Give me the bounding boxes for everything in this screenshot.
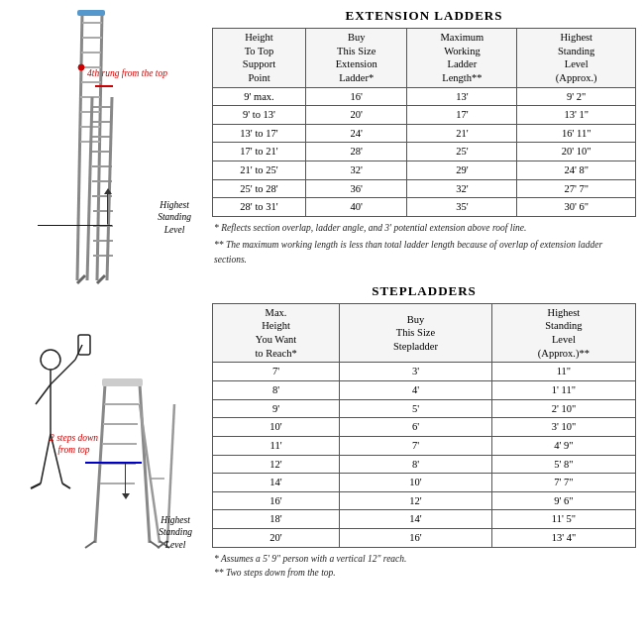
table-cell: 6'	[340, 418, 492, 437]
table-cell: 11'	[213, 436, 340, 455]
table-row: 11'7'4' 9"	[213, 436, 636, 455]
right-column: EXTENSION LADDERS HeightTo TopSupportPoi…	[206, 8, 636, 636]
extension-title: EXTENSION LADDERS	[212, 8, 636, 24]
table-cell: 13' 4"	[491, 529, 635, 548]
table-cell: 9' to 13'	[213, 106, 306, 125]
table-cell: 1' 11"	[491, 381, 635, 400]
ext-header-2: BuyThis SizeExtensionLadder*	[305, 29, 406, 88]
table-cell: 32'	[407, 179, 517, 198]
table-cell: 14'	[340, 510, 492, 529]
svg-line-32	[36, 384, 51, 404]
table-cell: 5' 8"	[491, 455, 635, 474]
table-cell: 11"	[491, 363, 635, 381]
table-cell: 40'	[305, 198, 406, 217]
stepladder-illustration: 2 steps downfrom top HighestStandingLeve…	[18, 305, 196, 592]
ext-footnote-1: * Reflects section overlap, ladder angle…	[214, 221, 634, 235]
table-cell: 17'	[407, 106, 517, 125]
table-row: 12'8'5' 8"	[213, 455, 636, 474]
table-cell: 29'	[407, 161, 517, 180]
table-cell: 4' 9"	[491, 436, 635, 455]
table-cell: 9' 6"	[491, 491, 635, 510]
step-footnote-1: * Assumes a 5' 9" person with a vertical…	[214, 552, 634, 566]
ext-header-4: HighestStandingLevel(Approx.)	[517, 29, 636, 88]
table-cell: 13' to 17'	[213, 124, 306, 143]
table-cell: 21'	[407, 124, 517, 143]
step-header-1: Max.HeightYou Wantto Reach*	[213, 303, 340, 363]
table-row: 13' to 17'24'21'16' 11"	[213, 124, 636, 143]
table-cell: 30' 6"	[517, 198, 636, 217]
table-row: 14'10'7' 7"	[213, 474, 636, 492]
extension-ladder-svg	[48, 8, 166, 285]
table-row: 9' max.16'13'9' 2"	[213, 87, 636, 106]
highest-level-arrow-step	[125, 464, 126, 493]
table-cell: 24'	[305, 124, 406, 143]
table-cell: 11' 5"	[491, 510, 635, 529]
table-row: 9'5'2' 10"	[213, 399, 636, 418]
table-cell: 9' 2"	[517, 87, 636, 106]
stepladder-table: Max.HeightYou Wantto Reach* BuyThis Size…	[212, 303, 636, 548]
table-cell: 27' 7"	[517, 179, 636, 198]
table-cell: 16'	[305, 87, 406, 106]
ext-header-3: MaximumWorkingLadderLength**	[407, 29, 517, 88]
table-cell: 14'	[213, 474, 340, 492]
highest-level-arrow-ext	[107, 194, 108, 224]
table-cell: 24' 8"	[517, 161, 636, 180]
highest-level-line-step	[85, 462, 142, 464]
svg-line-36	[62, 483, 70, 488]
svg-point-27	[78, 64, 84, 70]
table-cell: 7' 7"	[491, 474, 635, 492]
table-cell: 35'	[407, 198, 517, 217]
extension-ladder-illustration: 4th rung from the top HighestStandingLev…	[18, 8, 196, 295]
svg-rect-49	[102, 378, 143, 386]
table-cell: 3'	[340, 363, 492, 381]
svg-line-33	[41, 434, 51, 483]
table-cell: 7'	[213, 363, 340, 381]
table-row: 10'6'3' 10"	[213, 418, 636, 437]
table-cell: 7'	[340, 436, 492, 455]
table-cell: 20' 10"	[517, 143, 636, 161]
table-cell: 20'	[305, 106, 406, 125]
table-cell: 10'	[340, 474, 492, 492]
table-cell: 28' to 31'	[213, 198, 306, 217]
table-row: 28' to 31'40'35'30' 6"	[213, 198, 636, 217]
svg-point-28	[41, 350, 60, 370]
table-cell: 13'	[407, 87, 517, 106]
table-cell: 17' to 21'	[213, 143, 306, 161]
table-cell: 9' max.	[213, 87, 306, 106]
table-row: 9' to 13'20'17'13' 1"	[213, 106, 636, 125]
ext-header-1: HeightTo TopSupportPoint	[213, 29, 306, 88]
step-header-3: HighestStandingLevel(Approx.)**	[491, 303, 635, 363]
svg-line-30	[51, 360, 75, 384]
table-cell: 5'	[340, 399, 492, 418]
table-cell: 8'	[213, 381, 340, 400]
left-column: 4th rung from the top HighestStandingLev…	[8, 8, 206, 636]
table-cell: 2' 10"	[491, 399, 635, 418]
table-cell: 16' 11"	[517, 124, 636, 143]
svg-line-50	[85, 541, 95, 548]
svg-rect-26	[77, 10, 105, 16]
two-steps-label: 2 steps downfrom top	[50, 432, 98, 457]
ext-footnote-2: ** The maximum working length is less th…	[214, 238, 634, 267]
table-cell: 25' to 28'	[213, 179, 306, 198]
table-row: 20'16'13' 4"	[213, 529, 636, 548]
table-cell: 10'	[213, 418, 340, 437]
table-cell: 36'	[305, 179, 406, 198]
highest-standing-label-ext: HighestStandingLevel	[158, 199, 191, 236]
table-cell: 25'	[407, 143, 517, 161]
stepladders-section: STEPLADDERS Max.HeightYou Wantto Reach* …	[212, 283, 636, 580]
table-row: 18'14'11' 5"	[213, 510, 636, 529]
table-cell: 12'	[213, 455, 340, 474]
stepladder-footnotes: * Assumes a 5' 9" person with a vertical…	[212, 552, 636, 581]
svg-rect-37	[78, 335, 90, 355]
table-cell: 9'	[213, 399, 340, 418]
table-cell: 32'	[305, 161, 406, 180]
table-cell: 8'	[340, 455, 492, 474]
table-row: 7'3'11"	[213, 363, 636, 381]
table-cell: 3' 10"	[491, 418, 635, 437]
svg-line-22	[87, 97, 92, 280]
table-row: 8'4'1' 11"	[213, 381, 636, 400]
table-cell: 4'	[340, 381, 492, 400]
table-row: 17' to 21'28'25'20' 10"	[213, 143, 636, 161]
table-cell: 20'	[213, 529, 340, 548]
highest-level-line-ext	[38, 225, 112, 227]
